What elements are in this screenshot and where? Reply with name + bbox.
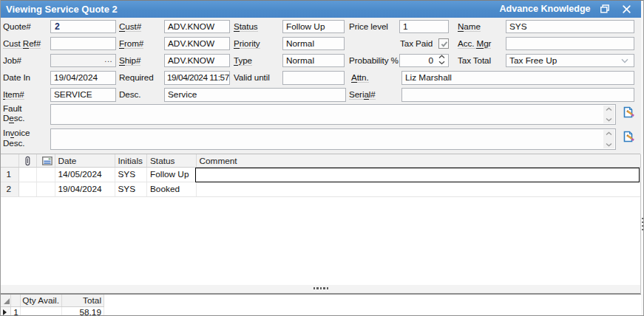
- cust-field[interactable]: ADV.KNOW: [164, 20, 230, 34]
- status-cell[interactable]: Booked: [147, 182, 197, 196]
- from-label: From#: [119, 38, 143, 49]
- header-attachment-column[interactable]: [19, 154, 37, 167]
- type-field[interactable]: Normal: [282, 54, 345, 68]
- header-comment-column[interactable]: Comment: [197, 154, 640, 167]
- header-total-column[interactable]: Total: [62, 295, 104, 306]
- fault-desc-scrollbar[interactable]: [603, 106, 614, 123]
- quote-field[interactable]: 2: [50, 20, 116, 34]
- tax-paid-checkbox[interactable]: [438, 38, 449, 49]
- serial-field[interactable]: [401, 88, 634, 102]
- quote-label: Quote#: [3, 21, 31, 32]
- tax-paid-label: Tax Paid: [400, 38, 433, 49]
- ship-field[interactable]: ADV.KNOW: [164, 54, 230, 68]
- job-browse-ellipsis[interactable]: ...: [104, 55, 112, 64]
- attachment-cell[interactable]: [19, 168, 37, 182]
- priority-label: Priority: [234, 38, 260, 49]
- price-level-label: Price level: [349, 21, 388, 32]
- totals-rownum-header: [11, 295, 21, 306]
- date-cell[interactable]: 19/04/2024: [55, 182, 115, 196]
- header-note-column[interactable]: [37, 154, 55, 167]
- scroll-down-icon[interactable]: [606, 142, 612, 147]
- totals-grid: Qty Avail. Total 1 58.19: [1, 295, 643, 315]
- probability-label: Probability %: [349, 55, 399, 66]
- price-level-field[interactable]: 1: [399, 20, 449, 34]
- focused-comment-cell[interactable]: [195, 168, 640, 183]
- edit-note-icon: [623, 106, 635, 118]
- fault-desc-textarea[interactable]: [50, 104, 616, 125]
- invoice-desc-label: Invoice Desc.: [3, 128, 30, 148]
- row-number: 1: [1, 168, 19, 182]
- close-button[interactable]: [619, 1, 634, 18]
- row-number: 2: [1, 182, 19, 196]
- window-title-right: Advance Knowledge: [499, 1, 590, 18]
- tax-total-dropdown[interactable]: Tax Free Up: [506, 54, 634, 68]
- grid-empty-area: [1, 197, 640, 284]
- history-grid-header: Date Initials Status Comment: [1, 154, 640, 168]
- history-row[interactable]: 2 19/04/2024 SYS Booked: [1, 182, 640, 197]
- required-label: Required: [119, 72, 154, 83]
- vertical-splitter[interactable]: [640, 154, 643, 294]
- name-field[interactable]: SYS: [506, 20, 634, 34]
- check-icon: [439, 40, 448, 49]
- serial-label: Serial#: [349, 89, 376, 100]
- cust-ref-label: Cust Ref#: [3, 38, 41, 49]
- horizontal-splitter[interactable]: [1, 285, 643, 295]
- attn-field[interactable]: Liz Marshall: [401, 71, 634, 85]
- name-label: Name: [458, 21, 481, 32]
- probability-spinner[interactable]: [437, 54, 447, 68]
- restore-button[interactable]: [597, 1, 613, 18]
- cust-label: Cust#: [119, 21, 141, 32]
- invoice-desc-textarea[interactable]: [50, 128, 616, 150]
- scroll-down-icon[interactable]: [606, 117, 612, 122]
- cust-ref-field[interactable]: [50, 37, 116, 51]
- window-border: [0, 0, 1, 316]
- invoice-desc-edit-button[interactable]: [623, 131, 635, 142]
- spin-down-icon[interactable]: [438, 61, 445, 65]
- fault-desc-label: Fault Desc.: [3, 103, 24, 123]
- date-in-field[interactable]: 19/04/2024: [50, 71, 116, 85]
- required-field[interactable]: 19/04/2024 11:57: [164, 71, 230, 85]
- header-status-column[interactable]: Status: [147, 154, 197, 167]
- paperclip-icon: [24, 156, 31, 166]
- comment-cell[interactable]: [197, 182, 640, 196]
- invoice-desc-scrollbar[interactable]: [603, 130, 614, 148]
- date-cell[interactable]: 14/05/2024: [55, 168, 115, 182]
- scroll-up-icon[interactable]: [606, 131, 612, 136]
- from-field[interactable]: ADV.KNOW: [164, 37, 230, 51]
- valid-until-field[interactable]: [282, 71, 345, 85]
- totals-grid-header: Qty Avail. Total: [1, 295, 104, 307]
- totals-corner-cell[interactable]: [1, 295, 11, 306]
- attachment-cell[interactable]: [19, 182, 37, 196]
- dropdown-arrow-icon[interactable]: [621, 58, 628, 63]
- header-qty-avail-column[interactable]: Qty Avail.: [21, 295, 62, 306]
- priority-field[interactable]: Normal: [282, 37, 345, 51]
- desc-label: Desc.: [119, 89, 140, 100]
- attn-label: Attn.: [351, 72, 369, 83]
- title-bar: Viewing Service Quote 2 Advance Knowledg…: [1, 1, 641, 18]
- spin-up-icon[interactable]: [438, 55, 445, 59]
- acc-mgr-label: Acc. Mgr: [458, 38, 491, 49]
- header-date-column[interactable]: Date: [55, 154, 115, 167]
- note-cell[interactable]: [37, 168, 55, 182]
- item-field[interactable]: SERVICE: [50, 88, 116, 102]
- acc-mgr-field[interactable]: [506, 37, 634, 51]
- corner-triangle-icon: [4, 298, 10, 304]
- job-label: Job#: [3, 55, 21, 66]
- note-icon: [42, 157, 52, 165]
- edit-note-icon: [623, 131, 635, 142]
- header-row-gutter: [1, 154, 19, 167]
- note-cell[interactable]: [37, 182, 55, 196]
- date-in-label: Date In: [3, 72, 30, 83]
- status-cell[interactable]: Follow Up: [147, 168, 197, 182]
- fault-desc-edit-button[interactable]: [623, 106, 635, 118]
- initials-cell[interactable]: SYS: [115, 182, 148, 196]
- tax-total-label: Tax Total: [458, 55, 491, 66]
- header-initials-column[interactable]: Initials: [115, 154, 148, 167]
- scroll-up-icon[interactable]: [606, 107, 612, 111]
- job-field[interactable]: ...: [50, 54, 116, 68]
- status-field[interactable]: Follow Up: [282, 20, 345, 34]
- desc-field[interactable]: Service: [164, 88, 346, 102]
- window-title: Viewing Service Quote 2: [6, 1, 118, 18]
- initials-cell[interactable]: SYS: [115, 168, 148, 182]
- restore-icon: [600, 4, 610, 13]
